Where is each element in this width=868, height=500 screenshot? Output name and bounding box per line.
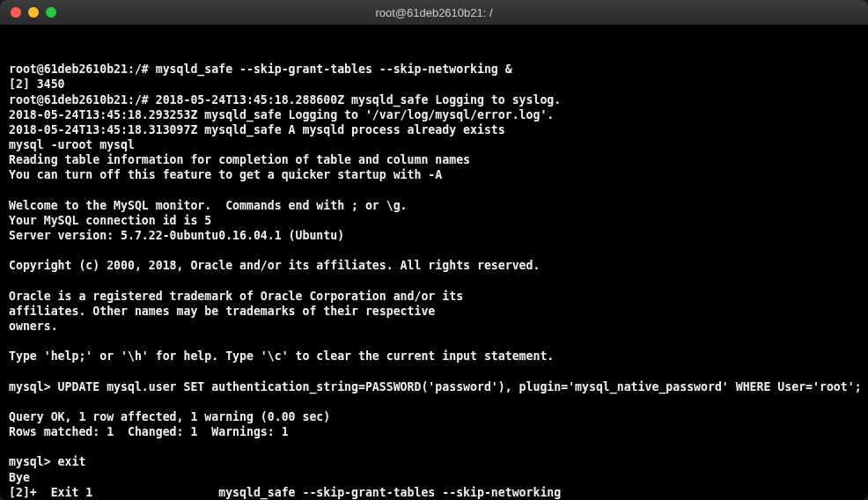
terminal-line: Query OK, 1 row affected, 1 warning (0.0… [9,409,859,424]
terminal-line: mysql> UPDATE mysql.user SET authenticat… [9,379,859,394]
terminal-line [9,439,859,454]
terminal-line [9,183,859,198]
terminal-line [9,274,859,289]
terminal-line: root@61deb2610b21:/# mysqld_safe --skip-… [9,62,859,77]
terminal-line: owners. [9,319,859,334]
terminal-line [9,364,859,379]
window-controls [0,7,56,18]
terminal-line: [2]+ Exit 1 mysqld_safe --skip-grant-tab… [9,485,859,500]
minimize-icon[interactable] [28,7,39,18]
terminal-line: Your MySQL connection id is 5 [9,213,859,228]
terminal-line [9,394,859,409]
terminal-line: You can turn off this feature to get a q… [9,167,859,182]
terminal-window: root@61deb2610b21: / root@61deb2610b21:/… [0,0,868,500]
terminal-line: 2018-05-24T13:45:18.313097Z mysqld_safe … [9,122,859,137]
terminal-line: affiliates. Other names may be trademark… [9,304,859,319]
terminal-line: Rows matched: 1 Changed: 1 Warnings: 1 [9,424,859,439]
terminal-line: 2018-05-24T13:45:18.293253Z mysqld_safe … [9,107,859,122]
terminal-output[interactable]: root@61deb2610b21:/# mysqld_safe --skip-… [0,25,868,500]
titlebar[interactable]: root@61deb2610b21: / [0,0,868,25]
terminal-line: Type 'help;' or '\h' for help. Type '\c'… [9,349,859,364]
terminal-line [9,334,859,349]
window-title: root@61deb2610b21: / [0,6,868,19]
terminal-line: mysql -uroot mysql [9,137,859,152]
terminal-line: mysql> exit [9,454,859,469]
terminal-line: Reading table information for completion… [9,152,859,167]
terminal-line: [2] 3450 [9,77,859,92]
terminal-line: Oracle is a registered trademark of Orac… [9,289,859,304]
terminal-line: Copyright (c) 2000, 2018, Oracle and/or … [9,258,859,273]
terminal-line: Welcome to the MySQL monitor. Commands e… [9,198,859,213]
terminal-line: Bye [9,470,859,485]
terminal-line [9,243,859,258]
maximize-icon[interactable] [46,7,56,18]
close-icon[interactable] [11,7,21,18]
terminal-line: Server version: 5.7.22-0ubuntu0.16.04.1 … [9,228,859,243]
terminal-line: root@61deb2610b21:/# 2018-05-24T13:45:18… [9,92,859,107]
